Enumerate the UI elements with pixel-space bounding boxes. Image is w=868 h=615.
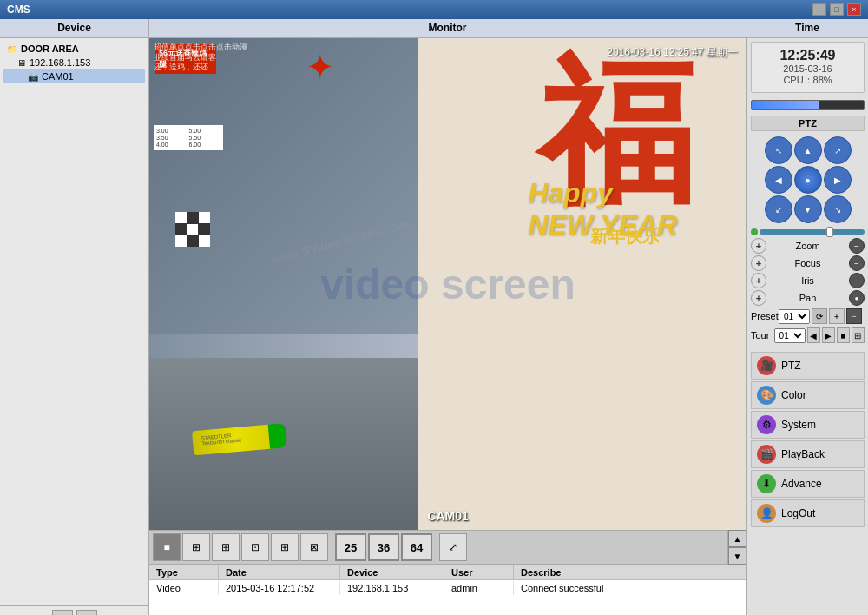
cpu-display: CPU：88% [757,74,858,87]
advance-menu-icon: ⬇ [757,474,776,493]
log-cell-date: 2015-03-16 12:17:52 [219,581,340,595]
ptz-down-button[interactable]: ▼ [794,195,822,223]
quad-view-icon: ⊞ [192,541,201,553]
zoom-label: Zoom [768,241,847,251]
ptz-left-button[interactable]: ◀ [765,166,792,194]
price-board: 3.005.00 3.505.50 4.006.00 [154,125,223,150]
tour-play-back-button[interactable]: ◀ [807,327,820,343]
layout-2x2-button[interactable]: ⊞ [182,533,210,561]
left-sidebar: 📁 DOOR AREA 🖥 192.168.1.153 📷 CAM01 🔍 ↻ [0,38,149,615]
scroll-down-button[interactable]: ▼ [728,547,746,565]
menu-item-ptz[interactable]: 🎥 PTZ [751,352,865,380]
chinese-knot: ✦ [306,47,335,87]
menu-item-advance[interactable]: ⬇ Advance [751,470,865,498]
ptz-right-button[interactable]: ▶ [824,166,852,194]
fullscreen-button[interactable]: ⤢ [439,533,467,561]
tour-grid-button[interactable]: ⊞ [852,327,865,343]
playback-menu-label: PlayBack [781,448,825,460]
right-menu: 🎥 PTZ 🎨 Color ⚙ System 🎬 PlayBack ⬇ Adva… [747,348,868,531]
center-column: 56元送香辣鸡腿 超值单点点击点击点击动漫业绩首届马云请客还，送鸡，还还 3.0… [149,38,746,615]
fullscreen-icon: ⤢ [449,541,457,553]
sidebar-footer: 🔍 ↻ [0,605,148,615]
qr-code [175,212,210,247]
banner-text: 超值单点点击点击点击动漫业绩首届马云请客还，送鸡，还还 [154,43,247,73]
video-toolbar: ■ ⊞ ⊞ ⊡ ⊞ ⊠ 25 [149,530,727,565]
log-cell-user: admin [444,581,514,595]
ptz-center-button[interactable]: ● [794,166,822,194]
ptz-menu-icon: 🎥 [757,356,776,375]
preset-delete-button[interactable]: − [846,308,862,324]
zoom-minus-button[interactable]: − [849,238,865,254]
slider-thumb [826,227,833,237]
ptz-up-button[interactable]: ▲ [794,136,822,164]
focus-row: + Focus − [751,255,865,271]
left-shop-area: 56元送香辣鸡腿 超值单点点击点击点击动漫业绩首届马云请客还，送鸡，还还 3.0… [149,38,424,530]
refresh-button[interactable]: ↻ [76,610,97,615]
log-col-device: Device [340,565,444,579]
pan-dot-button[interactable]: ● [849,290,865,306]
tree-item-cam01[interactable]: 📷 CAM01 [3,69,145,83]
maximize-button[interactable]: □ [830,3,844,16]
preset-add-button[interactable]: + [829,308,845,324]
tree-item-ip[interactable]: 🖥 192.168.1.153 [3,56,145,69]
tree-item-door-area[interactable]: 📁 DOOR AREA [3,42,145,56]
happy-new-year-cn: 新年快乐 [590,225,660,248]
iris-minus-button[interactable]: − [849,273,865,288]
bottom-counter: STAEDTLERTextsurfer classic [149,358,424,530]
scroll-controls: ▲ ▼ [727,530,746,565]
tour-select[interactable]: 01 02 [774,328,806,343]
layout-3x3-button[interactable]: ⊞ [212,533,240,561]
layout-1x1-button[interactable]: ■ [153,533,181,561]
minimize-button[interactable]: — [812,3,826,16]
menu-item-color[interactable]: 🎨 Color [751,381,865,409]
ptz-up-left-button[interactable]: ↖ [765,136,792,164]
pen-label: STAEDTLERTextsurfer classic [201,433,241,446]
preset-select[interactable]: 01 02 03 [779,309,810,324]
device-tree: 📁 DOOR AREA 🖥 192.168.1.153 📷 CAM01 [0,38,148,605]
log-row: Video 2015-03-16 12:17:52 192.168.1.153 … [149,580,746,596]
advance-menu-label: Advance [781,478,822,490]
layout-25-button[interactable]: 25 [335,533,366,561]
ptz-up-right-button[interactable]: ↗ [824,136,852,164]
video-feed: 56元送香辣鸡腿 超值单点点击点击点击动漫业绩首届马云请客还，送鸡，还还 3.0… [149,38,746,530]
time-panel: 12:25:49 2015-03-16 CPU：88% [751,42,865,93]
playback-menu-icon: 🎬 [757,445,776,464]
log-col-describe: Describe [514,565,746,579]
ptz-speed-slider[interactable] [760,229,865,235]
speed-min-icon [751,228,758,235]
ptz-speed-row [751,228,865,235]
focus-plus-button[interactable]: + [751,255,766,271]
layout-4x4-button[interactable]: ⊡ [241,533,269,561]
iris-plus-button[interactable]: + [751,273,766,288]
pan-row: + Pan ● [751,290,865,306]
folder-icon: 📁 [7,44,17,54]
single-view-icon: ■ [163,541,169,553]
preset-load-button[interactable]: ⟳ [812,308,827,324]
zoom-plus-button[interactable]: + [751,238,766,254]
focus-minus-button[interactable]: − [849,255,865,271]
ptz-down-left-button[interactable]: ↙ [765,195,792,223]
close-button[interactable]: × [847,3,861,16]
pan-plus-button[interactable]: + [751,290,766,306]
monitor-header: Monitor [149,19,746,37]
main-container: 📁 DOOR AREA 🖥 192.168.1.153 📷 CAM01 🔍 ↻ [0,38,868,615]
search-button[interactable]: 🔍 [52,610,73,615]
tour-stop-button[interactable]: ■ [837,327,850,343]
menu-item-logout[interactable]: 👤 LogOut [751,499,865,527]
layout-custom2-button[interactable]: ⊠ [300,533,328,561]
shop-posters: 56元送香辣鸡腿 [149,38,424,334]
scroll-up-button[interactable]: ▲ [728,530,746,547]
menu-item-system[interactable]: ⚙ System [751,411,865,439]
custom1-view-icon: ⊞ [280,541,289,553]
layout-36-button[interactable]: 36 [368,533,399,561]
progress-bar [751,100,865,110]
log-col-date: Date [219,565,340,579]
device-header: Device [0,19,149,37]
log-col-type: Type [149,565,219,579]
ptz-down-right-button[interactable]: ↘ [824,195,852,223]
layout-custom1-button[interactable]: ⊞ [271,533,299,561]
time-display: 12:25:49 [757,48,858,63]
menu-item-playback[interactable]: 🎬 PlayBack [751,440,865,468]
tour-play-button[interactable]: ▶ [822,327,835,343]
layout-64-button[interactable]: 64 [401,533,432,561]
